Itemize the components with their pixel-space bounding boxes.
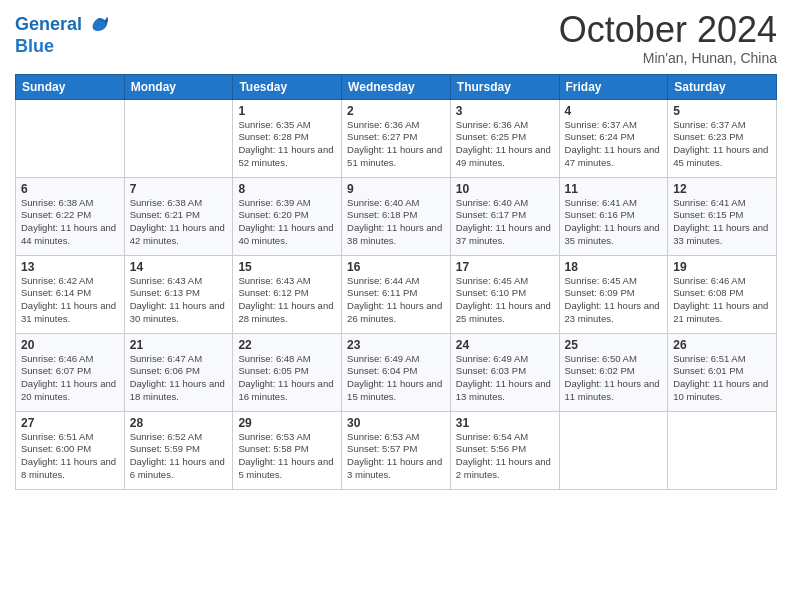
day-number: 6 bbox=[21, 182, 119, 196]
calendar-week-row: 27Sunrise: 6:51 AM Sunset: 6:00 PM Dayli… bbox=[16, 411, 777, 489]
day-number: 22 bbox=[238, 338, 336, 352]
day-info: Sunrise: 6:35 AM Sunset: 6:28 PM Dayligh… bbox=[238, 119, 336, 170]
table-row: 3Sunrise: 6:36 AM Sunset: 6:25 PM Daylig… bbox=[450, 99, 559, 177]
day-info: Sunrise: 6:54 AM Sunset: 5:56 PM Dayligh… bbox=[456, 431, 554, 482]
table-row: 1Sunrise: 6:35 AM Sunset: 6:28 PM Daylig… bbox=[233, 99, 342, 177]
day-number: 3 bbox=[456, 104, 554, 118]
month-title: October 2024 bbox=[559, 10, 777, 50]
day-number: 23 bbox=[347, 338, 445, 352]
col-friday: Friday bbox=[559, 74, 668, 99]
col-wednesday: Wednesday bbox=[342, 74, 451, 99]
calendar-week-row: 1Sunrise: 6:35 AM Sunset: 6:28 PM Daylig… bbox=[16, 99, 777, 177]
day-info: Sunrise: 6:49 AM Sunset: 6:04 PM Dayligh… bbox=[347, 353, 445, 404]
day-number: 8 bbox=[238, 182, 336, 196]
table-row bbox=[668, 411, 777, 489]
col-sunday: Sunday bbox=[16, 74, 125, 99]
day-number: 4 bbox=[565, 104, 663, 118]
table-row: 28Sunrise: 6:52 AM Sunset: 5:59 PM Dayli… bbox=[124, 411, 233, 489]
day-number: 26 bbox=[673, 338, 771, 352]
day-info: Sunrise: 6:44 AM Sunset: 6:11 PM Dayligh… bbox=[347, 275, 445, 326]
day-number: 10 bbox=[456, 182, 554, 196]
day-number: 21 bbox=[130, 338, 228, 352]
table-row: 22Sunrise: 6:48 AM Sunset: 6:05 PM Dayli… bbox=[233, 333, 342, 411]
day-number: 14 bbox=[130, 260, 228, 274]
page: General Blue October 2024 Min'an, Hunan,… bbox=[0, 0, 792, 612]
table-row: 9Sunrise: 6:40 AM Sunset: 6:18 PM Daylig… bbox=[342, 177, 451, 255]
table-row: 5Sunrise: 6:37 AM Sunset: 6:23 PM Daylig… bbox=[668, 99, 777, 177]
day-number: 7 bbox=[130, 182, 228, 196]
col-monday: Monday bbox=[124, 74, 233, 99]
logo: General Blue bbox=[15, 14, 109, 57]
calendar-header-row: Sunday Monday Tuesday Wednesday Thursday… bbox=[16, 74, 777, 99]
day-info: Sunrise: 6:36 AM Sunset: 6:25 PM Dayligh… bbox=[456, 119, 554, 170]
table-row: 17Sunrise: 6:45 AM Sunset: 6:10 PM Dayli… bbox=[450, 255, 559, 333]
table-row: 29Sunrise: 6:53 AM Sunset: 5:58 PM Dayli… bbox=[233, 411, 342, 489]
table-row: 30Sunrise: 6:53 AM Sunset: 5:57 PM Dayli… bbox=[342, 411, 451, 489]
day-number: 18 bbox=[565, 260, 663, 274]
day-info: Sunrise: 6:36 AM Sunset: 6:27 PM Dayligh… bbox=[347, 119, 445, 170]
day-number: 20 bbox=[21, 338, 119, 352]
day-info: Sunrise: 6:46 AM Sunset: 6:08 PM Dayligh… bbox=[673, 275, 771, 326]
location-subtitle: Min'an, Hunan, China bbox=[559, 50, 777, 66]
day-info: Sunrise: 6:46 AM Sunset: 6:07 PM Dayligh… bbox=[21, 353, 119, 404]
day-number: 13 bbox=[21, 260, 119, 274]
day-number: 25 bbox=[565, 338, 663, 352]
day-number: 29 bbox=[238, 416, 336, 430]
table-row: 19Sunrise: 6:46 AM Sunset: 6:08 PM Dayli… bbox=[668, 255, 777, 333]
day-info: Sunrise: 6:43 AM Sunset: 6:13 PM Dayligh… bbox=[130, 275, 228, 326]
table-row: 31Sunrise: 6:54 AM Sunset: 5:56 PM Dayli… bbox=[450, 411, 559, 489]
day-number: 12 bbox=[673, 182, 771, 196]
day-info: Sunrise: 6:38 AM Sunset: 6:22 PM Dayligh… bbox=[21, 197, 119, 248]
table-row: 6Sunrise: 6:38 AM Sunset: 6:22 PM Daylig… bbox=[16, 177, 125, 255]
day-info: Sunrise: 6:38 AM Sunset: 6:21 PM Dayligh… bbox=[130, 197, 228, 248]
table-row: 21Sunrise: 6:47 AM Sunset: 6:06 PM Dayli… bbox=[124, 333, 233, 411]
col-thursday: Thursday bbox=[450, 74, 559, 99]
day-number: 30 bbox=[347, 416, 445, 430]
day-number: 17 bbox=[456, 260, 554, 274]
table-row: 20Sunrise: 6:46 AM Sunset: 6:07 PM Dayli… bbox=[16, 333, 125, 411]
day-info: Sunrise: 6:43 AM Sunset: 6:12 PM Dayligh… bbox=[238, 275, 336, 326]
day-info: Sunrise: 6:39 AM Sunset: 6:20 PM Dayligh… bbox=[238, 197, 336, 248]
day-info: Sunrise: 6:51 AM Sunset: 6:01 PM Dayligh… bbox=[673, 353, 771, 404]
day-info: Sunrise: 6:41 AM Sunset: 6:16 PM Dayligh… bbox=[565, 197, 663, 248]
day-info: Sunrise: 6:41 AM Sunset: 6:15 PM Dayligh… bbox=[673, 197, 771, 248]
table-row: 18Sunrise: 6:45 AM Sunset: 6:09 PM Dayli… bbox=[559, 255, 668, 333]
logo-blue: Blue bbox=[15, 36, 109, 57]
table-row bbox=[124, 99, 233, 177]
day-info: Sunrise: 6:45 AM Sunset: 6:09 PM Dayligh… bbox=[565, 275, 663, 326]
table-row: 7Sunrise: 6:38 AM Sunset: 6:21 PM Daylig… bbox=[124, 177, 233, 255]
calendar-week-row: 13Sunrise: 6:42 AM Sunset: 6:14 PM Dayli… bbox=[16, 255, 777, 333]
logo-general: General bbox=[15, 14, 82, 34]
day-number: 1 bbox=[238, 104, 336, 118]
title-block: October 2024 Min'an, Hunan, China bbox=[559, 10, 777, 66]
table-row: 12Sunrise: 6:41 AM Sunset: 6:15 PM Dayli… bbox=[668, 177, 777, 255]
table-row bbox=[559, 411, 668, 489]
col-saturday: Saturday bbox=[668, 74, 777, 99]
day-info: Sunrise: 6:53 AM Sunset: 5:57 PM Dayligh… bbox=[347, 431, 445, 482]
day-info: Sunrise: 6:53 AM Sunset: 5:58 PM Dayligh… bbox=[238, 431, 336, 482]
table-row: 25Sunrise: 6:50 AM Sunset: 6:02 PM Dayli… bbox=[559, 333, 668, 411]
logo-text: General Blue bbox=[15, 14, 109, 57]
table-row: 2Sunrise: 6:36 AM Sunset: 6:27 PM Daylig… bbox=[342, 99, 451, 177]
day-info: Sunrise: 6:49 AM Sunset: 6:03 PM Dayligh… bbox=[456, 353, 554, 404]
day-number: 15 bbox=[238, 260, 336, 274]
table-row: 14Sunrise: 6:43 AM Sunset: 6:13 PM Dayli… bbox=[124, 255, 233, 333]
day-info: Sunrise: 6:40 AM Sunset: 6:18 PM Dayligh… bbox=[347, 197, 445, 248]
logo-bird-icon bbox=[87, 14, 109, 36]
table-row: 13Sunrise: 6:42 AM Sunset: 6:14 PM Dayli… bbox=[16, 255, 125, 333]
day-number: 16 bbox=[347, 260, 445, 274]
day-number: 5 bbox=[673, 104, 771, 118]
day-number: 31 bbox=[456, 416, 554, 430]
calendar-table: Sunday Monday Tuesday Wednesday Thursday… bbox=[15, 74, 777, 490]
day-number: 9 bbox=[347, 182, 445, 196]
day-info: Sunrise: 6:37 AM Sunset: 6:24 PM Dayligh… bbox=[565, 119, 663, 170]
day-info: Sunrise: 6:40 AM Sunset: 6:17 PM Dayligh… bbox=[456, 197, 554, 248]
table-row: 4Sunrise: 6:37 AM Sunset: 6:24 PM Daylig… bbox=[559, 99, 668, 177]
day-info: Sunrise: 6:45 AM Sunset: 6:10 PM Dayligh… bbox=[456, 275, 554, 326]
day-number: 24 bbox=[456, 338, 554, 352]
day-number: 28 bbox=[130, 416, 228, 430]
day-number: 2 bbox=[347, 104, 445, 118]
col-tuesday: Tuesday bbox=[233, 74, 342, 99]
day-number: 19 bbox=[673, 260, 771, 274]
day-info: Sunrise: 6:42 AM Sunset: 6:14 PM Dayligh… bbox=[21, 275, 119, 326]
